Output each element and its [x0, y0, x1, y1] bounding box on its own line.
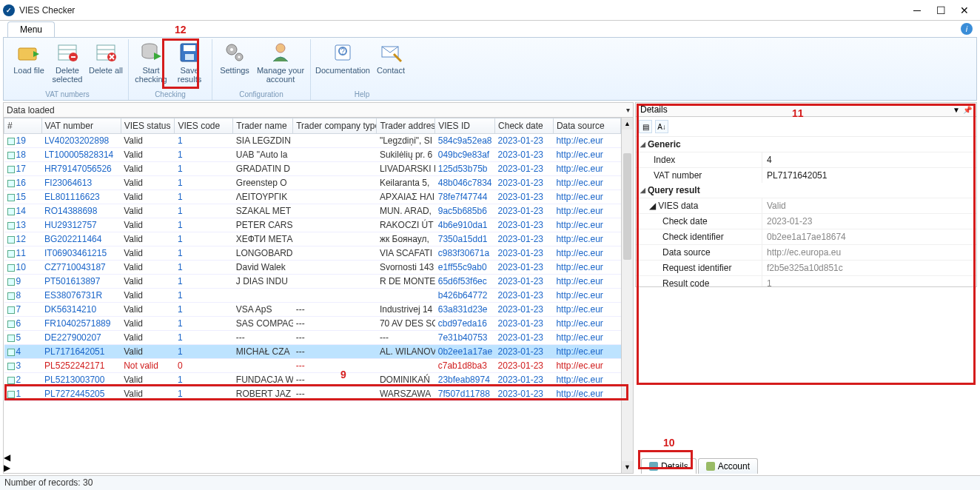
- delete-selected-button[interactable]: Delete selected: [48, 39, 87, 85]
- app-title: VIES Checker: [19, 5, 912, 16]
- col-data-source[interactable]: Data source: [553, 118, 620, 134]
- ribbon-tab-bar: Menu i: [0, 21, 980, 37]
- prop-row[interactable]: Check identifier0b2ee1a17ae18674: [636, 229, 976, 244]
- col-vies-id[interactable]: VIES ID: [435, 118, 495, 134]
- row-icon: [7, 152, 15, 159]
- table-row[interactable]: 1PL7272445205Valid1ROBERT JAZ---WARSZAWA…: [4, 387, 621, 401]
- col-vies-status[interactable]: VIES status: [121, 118, 175, 134]
- alphabetical-button[interactable]: A↓: [655, 120, 668, 133]
- table-row[interactable]: 4PL7171642051Valid1MICHAŁ CZA---AL. WILA…: [4, 345, 621, 359]
- app-icon: ✓: [3, 4, 15, 16]
- column-header-row[interactable]: # VAT number VIES status VIES code Trade…: [4, 118, 621, 134]
- table-row[interactable]: 10CZ7710043187Valid1David WalekSvornosti…: [4, 261, 621, 275]
- table-row[interactable]: 17HR79147056526Valid1GRADATIN DLIVADARSK…: [4, 162, 621, 176]
- collapse-icon[interactable]: ▾: [626, 106, 630, 114]
- table-row[interactable]: 11IT06903461215Valid1LONGOBARDVIA SCAFAT…: [4, 246, 621, 261]
- col-vat-number[interactable]: VAT number: [41, 118, 121, 134]
- prop-row[interactable]: Request identifierf2b5e325a10d851c: [636, 260, 976, 275]
- documentation-button[interactable]: ? Documentation: [314, 39, 372, 76]
- table-row[interactable]: 8ES38076731RValid1b426b647722023-01-23ht…: [4, 289, 621, 303]
- start-checking-button[interactable]: Start checking: [132, 39, 170, 85]
- table-row[interactable]: 12BG202211464Valid1ХЕФТИ МЕТАжк Боянаул,…: [4, 232, 621, 246]
- minimize-button[interactable]: ─: [912, 5, 922, 16]
- svg-rect-13: [185, 54, 194, 60]
- group-title: Configuration: [239, 90, 283, 98]
- table-row[interactable]: 16FI23064613Valid1Greenstep OKeilaranta …: [4, 176, 621, 190]
- account-tab-icon: [706, 462, 715, 471]
- details-tab-icon: [649, 462, 658, 471]
- details-title: Details: [640, 104, 668, 115]
- manage-account-button[interactable]: Manage your account: [254, 39, 307, 85]
- delete-all-button[interactable]: Delete all: [87, 39, 125, 85]
- prop-vat-number[interactable]: VAT numberPL7171642051: [636, 167, 976, 183]
- row-icon: [7, 166, 15, 173]
- col-trader-address[interactable]: Trader address: [377, 118, 435, 134]
- scroll-down-arrow[interactable]: ▼: [622, 461, 633, 473]
- svg-rect-12: [184, 45, 195, 51]
- prop-vies-data[interactable]: ◢ VIES dataValid: [636, 198, 976, 213]
- row-icon: [7, 222, 15, 229]
- col-vies-code[interactable]: VIES code: [175, 118, 233, 134]
- svg-text:?: ?: [340, 47, 345, 56]
- settings-button[interactable]: Settings: [215, 39, 254, 85]
- col-check-date[interactable]: Check date: [495, 118, 554, 134]
- pin-icon[interactable]: 📌: [963, 106, 972, 114]
- dropdown-icon[interactable]: ▼: [953, 106, 960, 114]
- ribbon-group-configuration: Settings Manage your account Configurati…: [212, 39, 311, 100]
- details-pane: Details ▼ 📌 ▤ A↓ ◢Generic Index4 VAT num…: [635, 102, 977, 474]
- scroll-left-arrow[interactable]: ◀: [4, 452, 621, 463]
- col-trader-name[interactable]: Trader name: [233, 118, 293, 134]
- group-title: Help: [355, 90, 370, 98]
- prop-row[interactable]: Check date2023-01-23: [636, 213, 976, 229]
- row-icon: [7, 349, 15, 356]
- group-title: Checking: [155, 90, 186, 98]
- save-results-button[interactable]: Save results: [170, 39, 209, 85]
- close-button[interactable]: ✕: [959, 5, 970, 16]
- row-icon: [7, 194, 15, 201]
- data-grid[interactable]: # VAT number VIES status VIES code Trade…: [4, 118, 621, 452]
- ribbon: Load file Delete selected Delete all VAT…: [3, 37, 977, 101]
- vertical-scrollbar[interactable]: ▲ ▼: [621, 118, 633, 473]
- col-index[interactable]: #: [4, 118, 42, 134]
- info-icon[interactable]: i: [961, 23, 973, 35]
- svg-point-15: [230, 48, 233, 51]
- table-row[interactable]: 19LV40203202898Valid1SIA LEGZDIN"Legzdiņ…: [4, 134, 621, 148]
- svg-point-17: [238, 56, 241, 58]
- table-row[interactable]: 15EL801116623Valid1ΛΕΙΤΟΥΡΓΙΚΑΡΧΑΙΑΣ ΗΛΙ…: [4, 190, 621, 204]
- annotation-label-12: 12: [175, 24, 187, 36]
- prop-index[interactable]: Index4: [636, 152, 976, 167]
- prop-row[interactable]: Result code1: [636, 275, 976, 287]
- categorized-button[interactable]: ▤: [639, 120, 652, 133]
- section-query-result[interactable]: ◢Query result: [636, 183, 976, 198]
- tab-account[interactable]: Account: [698, 458, 758, 474]
- table-row[interactable]: 3PL5252242171Not valid0---c7ab1d8ba32023…: [4, 359, 621, 373]
- horizontal-scrollbar[interactable]: ◀ ▶: [4, 452, 621, 473]
- table-row[interactable]: 6FR10402571889Valid1SAS COMPAG---70 AV D…: [4, 317, 621, 331]
- table-row[interactable]: 13HU29312757Valid1PETER CARSRAKOCZI ÚT4b…: [4, 218, 621, 232]
- table-row[interactable]: 18LT100005828314Valid1UAB "Auto laSukilė…: [4, 148, 621, 162]
- scroll-thumb[interactable]: [623, 153, 631, 260]
- tab-menu[interactable]: Menu: [7, 21, 55, 37]
- prop-row[interactable]: Data sourcehttp://ec.europa.eu: [636, 244, 976, 260]
- section-generic[interactable]: ◢Generic: [636, 137, 976, 152]
- scroll-up-arrow[interactable]: ▲: [622, 118, 633, 130]
- ribbon-group-checking: Start checking Save results Checking: [129, 39, 212, 100]
- table-row[interactable]: 9PT501613897Valid1J DIAS INDUR DE MONTE6…: [4, 275, 621, 289]
- table-row[interactable]: 14RO14388698Valid1SZAKAL METMUN. ARAD,9a…: [4, 204, 621, 218]
- tab-details[interactable]: Details: [641, 458, 697, 474]
- table-row[interactable]: 2PL5213003700Valid1FUNDACJA W---DOMINIKA…: [4, 373, 621, 387]
- row-icon: [7, 292, 15, 300]
- maximize-button[interactable]: ☐: [936, 5, 946, 16]
- col-trader-company-type[interactable]: Trader company type: [293, 118, 377, 134]
- status-bar: Number of records: 30: [0, 475, 980, 490]
- table-row[interactable]: 5DE227900207Valid1---------7e31b40753202…: [4, 331, 621, 345]
- contact-button[interactable]: Contact: [372, 39, 410, 76]
- record-count: Number of records: 30: [4, 477, 93, 488]
- property-toolbar: ▤ A↓: [636, 117, 976, 137]
- scroll-right-arrow[interactable]: ▶: [4, 463, 621, 473]
- table-row[interactable]: 7DK56314210Valid1VSA ApS---Industrivej 1…: [4, 303, 621, 317]
- load-file-button[interactable]: Load file: [10, 39, 48, 85]
- bottom-tabs: Details Account: [635, 456, 977, 474]
- property-grid[interactable]: ▤ A↓ ◢Generic Index4 VAT numberPL7171642…: [635, 117, 977, 287]
- row-icon: [7, 306, 15, 314]
